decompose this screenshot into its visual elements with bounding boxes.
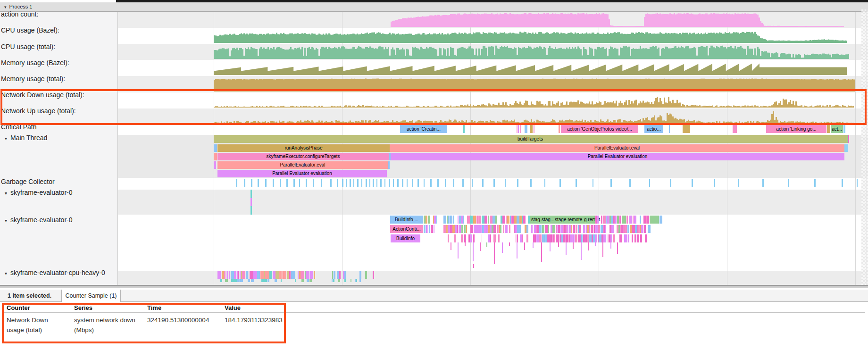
dense-slice[interactable]	[474, 225, 476, 233]
gc-tick[interactable]	[430, 179, 432, 187]
dense-slice[interactable]	[623, 216, 626, 224]
dense-slice[interactable]	[264, 279, 267, 282]
dense-slice[interactable]	[506, 216, 507, 224]
gc-tick[interactable]	[576, 179, 577, 187]
dense-slice[interactable]	[528, 216, 530, 224]
dense-slice[interactable]	[533, 234, 535, 242]
dense-slice[interactable]	[525, 225, 526, 233]
dense-slice[interactable]	[536, 234, 539, 242]
dense-slice[interactable]	[468, 234, 470, 242]
gc-tick[interactable]	[412, 179, 413, 187]
dense-slice[interactable]	[587, 234, 589, 242]
dense-slice[interactable]	[448, 225, 450, 233]
dense-slice[interactable]	[617, 216, 619, 224]
dense-slice[interactable]	[473, 216, 475, 224]
gc-tick[interactable]	[437, 179, 439, 187]
dense-slice[interactable]	[511, 216, 514, 224]
dense-slice[interactable]	[229, 271, 230, 279]
slice[interactable]	[388, 161, 390, 169]
gc-tick[interactable]	[407, 179, 408, 187]
dense-slice[interactable]	[251, 279, 254, 282]
gc-tick[interactable]	[342, 179, 343, 187]
gc-tick[interactable]	[517, 179, 518, 187]
slice-buildtargets[interactable]: buildTargets	[214, 135, 847, 143]
gc-tick[interactable]	[762, 179, 764, 187]
slice-actionconti[interactable]: ActionConti...	[390, 225, 423, 233]
gc-tick[interactable]	[366, 179, 367, 187]
dense-slice[interactable]	[569, 225, 571, 233]
dense-slice[interactable]	[446, 225, 448, 233]
dense-slice[interactable]	[264, 271, 265, 279]
dense-slice[interactable]	[464, 225, 466, 233]
gc-tick[interactable]	[397, 179, 399, 187]
dense-slice[interactable]	[461, 216, 463, 224]
dense-slice[interactable]	[287, 271, 289, 279]
dense-slice[interactable]	[514, 216, 517, 224]
dense-slice[interactable]	[526, 234, 528, 242]
dense-slice[interactable]	[351, 279, 351, 282]
slice[interactable]	[520, 125, 521, 133]
dense-slice[interactable]	[593, 234, 595, 242]
dense-slice[interactable]	[597, 216, 599, 224]
dense-slice[interactable]	[632, 234, 633, 242]
gc-tick[interactable]	[299, 179, 300, 187]
dense-slice[interactable]	[448, 234, 449, 242]
dense-slice[interactable]	[567, 225, 568, 233]
dense-slice[interactable]	[601, 216, 602, 224]
dense-slice[interactable]	[609, 234, 610, 242]
dense-slice[interactable]	[598, 225, 600, 233]
dense-slice[interactable]	[601, 225, 603, 233]
dense-slice[interactable]	[568, 234, 570, 242]
tab-counter-sample[interactable]: Counter Sample (1)	[61, 290, 121, 302]
dense-slice[interactable]	[267, 279, 269, 282]
dense-slice[interactable]	[536, 225, 539, 233]
dense-slice[interactable]	[629, 216, 632, 224]
gc-tick[interactable]	[337, 179, 338, 187]
dense-slice[interactable]	[490, 234, 491, 242]
dense-slice[interactable]	[605, 225, 607, 233]
dense-slice[interactable]	[234, 271, 236, 279]
gc-tick[interactable]	[376, 179, 377, 187]
dense-slice[interactable]	[583, 225, 585, 233]
gc-tick[interactable]	[445, 179, 446, 187]
gc-tick[interactable]	[258, 179, 259, 187]
gc-tick[interactable]	[482, 179, 484, 187]
dense-slice[interactable]	[519, 216, 521, 224]
slice-act[interactable]: act...	[831, 125, 843, 133]
dense-slice[interactable]	[450, 225, 452, 233]
slice[interactable]	[848, 135, 849, 143]
gc-tick[interactable]	[857, 179, 858, 187]
dense-slice[interactable]	[607, 216, 609, 224]
dense-slice[interactable]	[355, 279, 356, 282]
dense-slice[interactable]	[309, 279, 312, 282]
gc-tick[interactable]	[544, 179, 545, 187]
dense-slice[interactable]	[517, 225, 519, 233]
dense-slice[interactable]	[615, 216, 617, 224]
slice[interactable]	[534, 125, 534, 133]
dense-slice[interactable]	[490, 225, 491, 233]
dense-slice[interactable]	[273, 271, 275, 279]
dense-slice[interactable]	[225, 279, 228, 282]
dense-slice[interactable]	[507, 216, 509, 224]
dense-slice[interactable]	[635, 225, 637, 233]
histogram-cpu-bazel[interactable]	[214, 32, 847, 43]
slice[interactable]	[214, 153, 217, 160]
dense-slice[interactable]	[599, 234, 601, 242]
dense-slice[interactable]	[645, 234, 647, 242]
gc-tick[interactable]	[593, 179, 593, 187]
gc-tick[interactable]	[346, 179, 347, 187]
dense-slice[interactable]	[643, 216, 646, 224]
gc-tick[interactable]	[313, 179, 314, 187]
dense-slice[interactable]	[573, 234, 575, 242]
dense-slice[interactable]	[424, 216, 426, 224]
sidebar-item-action-count[interactable]: action count:	[1, 10, 38, 18]
slice[interactable]	[844, 144, 848, 152]
dense-slice[interactable]	[283, 271, 287, 279]
gc-tick[interactable]	[505, 179, 506, 187]
dense-slice[interactable]	[429, 225, 431, 233]
gc-tick[interactable]	[384, 179, 385, 187]
dense-slice[interactable]	[519, 225, 521, 233]
dense-slice[interactable]	[591, 225, 593, 233]
dense-slice[interactable]	[444, 216, 446, 224]
dense-slice[interactable]	[517, 234, 518, 242]
